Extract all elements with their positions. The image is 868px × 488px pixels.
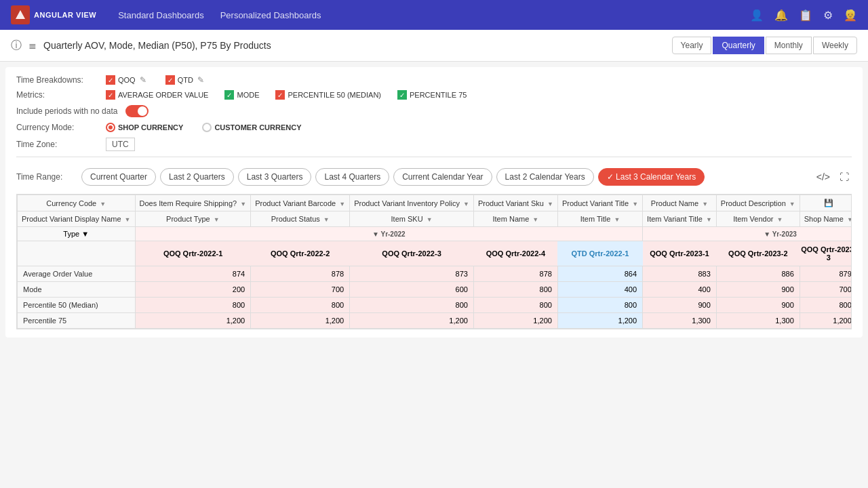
- range-btn-current-calendar-year[interactable]: Current Calendar Year: [393, 168, 492, 186]
- qtd-label: QTD: [178, 76, 193, 84]
- main-content: Time Breakdowns: ✓ QOQ ✎ ✓ QTD ✎ Metrics…: [5, 67, 863, 338]
- col-product-variant-title[interactable]: Product Variant Title ▼: [557, 195, 642, 211]
- col-item-name[interactable]: Item Name ▼: [473, 211, 557, 227]
- col-item-sku[interactable]: Item SKU ▼: [350, 211, 474, 227]
- col-does-item-require-shipping[interactable]: Does Item Require Shipping? ▼: [135, 195, 251, 211]
- user-icon[interactable]: 👱: [844, 9, 857, 22]
- period-btn-yearly[interactable]: Yearly: [672, 37, 712, 54]
- nav-standard-dashboards[interactable]: Standard Dashboards: [118, 10, 203, 20]
- shop-currency-label: SHOP CURRENCY: [118, 123, 183, 131]
- col-headers-row2: Product Variant Display Name ▼ Product T…: [18, 211, 852, 227]
- shop-currency-radio-circle[interactable]: [106, 123, 115, 132]
- type-filter-icon[interactable]: ▼: [81, 230, 89, 238]
- timezone-value[interactable]: UTC: [106, 138, 135, 151]
- shop-currency-radio[interactable]: SHOP CURRENCY: [106, 123, 183, 132]
- col-product-variant-barcode[interactable]: Product Variant Barcode ▼: [251, 195, 350, 211]
- p50-checkbox[interactable]: ✓: [275, 90, 285, 100]
- col-currency-code[interactable]: Currency Code ▼: [18, 195, 136, 211]
- col-product-variant-display-name[interactable]: Product Variant Display Name ▼: [18, 211, 136, 227]
- col-qoq-2023-3[interactable]: QOQ Qrtr-2023-3: [800, 241, 852, 266]
- col-item-title[interactable]: Item Title ▼: [557, 211, 642, 227]
- data-cell: 900: [716, 298, 800, 313]
- nav-personalized-dashboards[interactable]: Personalized Dashboards: [220, 10, 321, 20]
- settings-sliders-icon[interactable]: ≣: [28, 40, 37, 51]
- col-product-variant-sku[interactable]: Product Variant Sku ▼: [473, 195, 557, 211]
- p50-checkbox-item[interactable]: ✓ PERCENTILE 50 (MEDIAN): [275, 90, 381, 100]
- type-col-subheader: [18, 241, 136, 266]
- data-cell: 800: [350, 298, 474, 313]
- col-product-status[interactable]: Product Status ▼: [251, 211, 350, 227]
- help-icon[interactable]: ⓘ: [11, 39, 22, 53]
- data-cell: 1,200: [135, 313, 251, 329]
- data-cell: 800: [473, 298, 557, 313]
- code-icon[interactable]: </>: [814, 169, 833, 185]
- clipboard-icon[interactable]: 📋: [799, 9, 812, 22]
- users-icon[interactable]: 👤: [750, 9, 764, 22]
- range-btn-last-2-quarters[interactable]: Last 2 Quarters: [160, 168, 234, 186]
- data-cell: 1,300: [716, 313, 800, 329]
- currency-mode-row: Currency Mode: SHOP CURRENCY CUSTOMER CU…: [16, 123, 852, 132]
- filter-icon[interactable]: ⚙: [823, 9, 833, 22]
- row-label: Average Order Value: [18, 266, 136, 282]
- range-btn-last-3-calendar-years[interactable]: ✓ Last 3 Calendar Years: [598, 168, 705, 186]
- mode-label: MODE: [237, 91, 259, 99]
- customer-currency-radio[interactable]: CUSTOMER CURRENCY: [202, 123, 301, 132]
- col-qoq-2022-4[interactable]: QOQ Qrtr-2022-4: [473, 241, 557, 266]
- qoq-checkbox[interactable]: ✓: [106, 75, 115, 85]
- range-btn-last-3-quarters[interactable]: Last 3 Quarters: [238, 168, 312, 186]
- logo-text: ANGULAR VIEW: [34, 11, 96, 19]
- aov-checkbox-item[interactable]: ✓ AVERAGE ORDER VALUE: [106, 90, 208, 100]
- include-periods-toggle[interactable]: [125, 105, 149, 117]
- range-btn-last-4-quarters[interactable]: Last 4 Quarters: [315, 168, 389, 186]
- data-cell: 800: [135, 298, 251, 313]
- table-row: Percentile 50 (Median)800800800800800900…: [18, 298, 852, 313]
- divider: [16, 157, 852, 157]
- data-cell: 400: [643, 282, 717, 298]
- customer-currency-radio-circle[interactable]: [202, 123, 212, 132]
- range-btn-last-2-calendar-years[interactable]: Last 2 Calendar Years: [496, 168, 594, 186]
- col-product-type[interactable]: Product Type ▼: [135, 211, 251, 227]
- data-cell: 879: [800, 266, 852, 282]
- table-row: Mode2007006008004004009007002004001,1001…: [18, 282, 852, 298]
- p75-checkbox-item[interactable]: ✓ PERCENTILE 75: [397, 90, 467, 100]
- range-btn-current-quarter[interactable]: Current Quarter: [81, 168, 156, 186]
- mode-checkbox-item[interactable]: ✓ MODE: [224, 90, 259, 100]
- col-product-description[interactable]: Product Description ▼: [716, 195, 800, 211]
- mode-checkbox[interactable]: ✓: [224, 90, 234, 100]
- col-item-vendor[interactable]: Item Vendor ▼: [716, 211, 800, 227]
- col-qoq-2023-2[interactable]: QOQ Qrtr-2023-2: [716, 241, 800, 266]
- include-periods-label: Include periods with no data: [16, 106, 117, 116]
- col-export[interactable]: 💾: [800, 195, 852, 211]
- col-qoq-2022-2[interactable]: QOQ Qrtr-2022-2: [251, 241, 350, 266]
- table-row: Percentile 751,2001,2001,2001,2001,2001,…: [18, 313, 852, 329]
- p75-checkbox[interactable]: ✓: [397, 90, 407, 100]
- fullscreen-icon[interactable]: ⛶: [837, 169, 852, 185]
- bell-icon[interactable]: 🔔: [774, 9, 788, 22]
- period-buttons: Yearly Quarterly Monthly Weekly: [672, 37, 857, 54]
- col-product-variant-inventory-policy[interactable]: Product Variant Inventory Policy ▼: [350, 195, 474, 211]
- data-table: Currency Code ▼ Does Item Require Shippi…: [17, 195, 852, 329]
- data-cell: 800: [800, 298, 852, 313]
- qoq-edit-icon[interactable]: ✎: [140, 75, 146, 85]
- period-btn-quarterly[interactable]: Quarterly: [713, 37, 764, 54]
- time-breakdowns-label: Time Breakdowns:: [16, 75, 98, 85]
- col-shop-name[interactable]: Shop Name ▼: [800, 211, 852, 227]
- col-qoq-2022-3[interactable]: QOQ Qrtr-2022-3: [350, 241, 474, 266]
- logo[interactable]: ANGULAR VIEW: [11, 5, 96, 24]
- col-qoq-2022-1[interactable]: QOQ Qrtr-2022-1: [135, 241, 251, 266]
- data-cell: 1,200: [473, 313, 557, 329]
- qoq-checkbox-item[interactable]: ✓ QOQ ✎: [106, 75, 146, 85]
- col-product-name[interactable]: Product Name ▼: [643, 195, 717, 211]
- qtd-checkbox-item[interactable]: ✓ QTD ✎: [165, 75, 204, 85]
- data-cell: 800: [557, 298, 642, 313]
- qtd-checkbox[interactable]: ✓: [165, 75, 175, 85]
- metrics-label: Metrics:: [16, 90, 98, 100]
- period-btn-weekly[interactable]: Weekly: [813, 37, 857, 54]
- col-item-variant-title[interactable]: Item Variant Title ▼: [643, 211, 717, 227]
- aov-checkbox[interactable]: ✓: [106, 90, 115, 100]
- currency-mode-label: Currency Mode:: [16, 123, 98, 132]
- col-qoq-2023-1[interactable]: QOQ Qrtr-2023-1: [643, 241, 717, 266]
- qtd-edit-icon[interactable]: ✎: [197, 75, 204, 85]
- col-qtd-2022-1[interactable]: QTD Qrtr-2022-1: [557, 241, 642, 266]
- period-btn-monthly[interactable]: Monthly: [766, 37, 812, 54]
